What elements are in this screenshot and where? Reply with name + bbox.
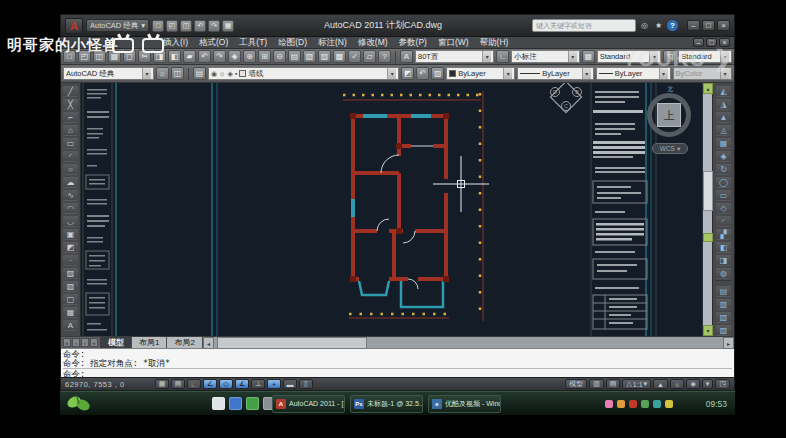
model-space-canvas[interactable]: D B C <box>81 83 702 336</box>
ui-lock-button[interactable]: ◈ <box>686 379 699 389</box>
color-combo[interactable]: ByLayer ▾ <box>446 67 515 80</box>
tray-icon[interactable] <box>617 400 625 408</box>
make-layer-current-icon[interactable]: ◩ <box>401 67 414 80</box>
layer-freeze-icon[interactable]: ☼ <box>219 70 225 77</box>
polygon-icon[interactable]: ⌂ <box>63 124 78 136</box>
viewcube-top-face[interactable]: 上 <box>657 103 681 127</box>
menu-parametric[interactable]: 参数(P) <box>399 37 427 49</box>
menu-modify[interactable]: 修改(M) <box>358 37 388 49</box>
taskbar-task-button[interactable]: Ps未标题-1 @ 32.5... <box>350 395 423 413</box>
pan-icon[interactable]: ◈ <box>228 50 241 63</box>
r-panels-icon[interactable]: ▦ <box>716 137 731 149</box>
help-icon[interactable]: ? <box>667 20 678 31</box>
layer-lock-icon[interactable]: ◈ <box>228 70 233 78</box>
undo-icon[interactable]: ↶ <box>194 20 206 32</box>
layer-previous-icon[interactable]: ↶ <box>416 67 429 80</box>
menu-draw[interactable]: 绘图(D) <box>278 37 307 49</box>
annotation-scale-button[interactable]: △ 1:1 ▾ <box>622 379 651 389</box>
grid-toggle[interactable]: ▤ <box>171 379 185 389</box>
r-above-icon[interactable]: ▧ <box>716 311 731 323</box>
r-cone-icon[interactable]: ◭ <box>716 85 731 97</box>
tray-icon[interactable] <box>641 400 649 408</box>
zoom-prev-icon[interactable]: ⊖ <box>273 50 286 63</box>
quick-launch-icon[interactable] <box>212 397 225 410</box>
matchprop-icon[interactable]: ▰ <box>183 50 196 63</box>
r-shade-icon[interactable]: ▞ <box>716 228 731 240</box>
last-tab-button[interactable]: » <box>90 338 98 347</box>
autocad-logo-icon[interactable]: A <box>65 18 83 34</box>
qp-toggle[interactable]: ▯ <box>299 379 313 389</box>
xline-icon[interactable]: ╳ <box>63 98 78 110</box>
restore-button[interactable]: □ <box>702 20 715 31</box>
menu-insert[interactable]: 插入(I) <box>163 37 188 49</box>
layer-combo[interactable]: ◉ ☼ ◈ ▪ 墙线 ▾ <box>208 67 399 80</box>
text-style-icon[interactable]: A <box>400 50 413 63</box>
menu-window[interactable]: 窗口(W) <box>438 37 469 49</box>
command-window[interactable]: 命令: 命令: 指定对角点: *取消* 命令: <box>61 348 734 377</box>
save-icon[interactable]: ◫ <box>180 20 192 32</box>
chevron-down-icon[interactable]: ▾ <box>142 68 151 79</box>
lwt-toggle[interactable]: ▬ <box>283 379 297 389</box>
osnap-toggle[interactable]: ◇ <box>219 379 233 389</box>
r-back-icon[interactable]: ▥ <box>716 298 731 310</box>
ellipse-arc-icon[interactable]: ◡ <box>63 215 78 227</box>
tab-layout1[interactable]: 布局1 <box>132 337 167 348</box>
r-rotate-icon[interactable]: ↻ <box>716 163 731 175</box>
revcloud-icon[interactable]: ☁ <box>63 176 78 188</box>
model-space-button[interactable]: 模型 <box>565 379 587 389</box>
otrack-toggle[interactable]: ∡ <box>235 379 249 389</box>
paste-icon[interactable]: ◧ <box>168 50 181 63</box>
designcenter-icon[interactable]: ▧ <box>303 50 316 63</box>
table-icon[interactable]: ▦ <box>63 306 78 318</box>
workspace-save-icon[interactable]: ◫ <box>171 67 184 80</box>
workspace-switcher[interactable]: AutoCAD 经典 ▾ <box>86 19 149 32</box>
annotation-visibility-button[interactable]: ▲ <box>653 379 668 389</box>
polar-toggle[interactable]: ∠ <box>203 379 217 389</box>
snap-toggle[interactable]: ▦ <box>155 379 169 389</box>
tray-icon[interactable] <box>665 400 673 408</box>
quick-launch-icon[interactable] <box>246 397 259 410</box>
r-poly-icon[interactable]: ◇ <box>716 202 731 214</box>
quick-view-layouts-button[interactable]: ▥ <box>589 379 604 389</box>
minimize-button[interactable]: – <box>687 20 700 31</box>
r-gem-icon[interactable]: ◈ <box>716 150 731 162</box>
spline-icon[interactable]: ∿ <box>63 189 78 201</box>
text-style-combo[interactable]: 80T置 ▾ <box>415 50 494 63</box>
point-icon[interactable]: · <box>63 254 78 266</box>
workspaces-combo[interactable]: AutoCAD 经典 ▾ <box>63 67 154 80</box>
r-globe-icon[interactable]: ◍ <box>716 267 731 279</box>
first-tab-button[interactable]: « <box>63 338 71 347</box>
taskbar-clock[interactable]: 09:53 <box>706 399 727 409</box>
start-butterfly-icon[interactable] <box>63 393 95 415</box>
new-icon[interactable]: □ <box>152 20 164 32</box>
linetype-combo[interactable]: ByLayer ▾ <box>517 67 594 80</box>
menu-format[interactable]: 格式(O) <box>199 37 228 49</box>
chevron-down-icon[interactable]: ▾ <box>503 68 512 79</box>
rectangle-icon[interactable]: ▭ <box>63 137 78 149</box>
zoom-icon[interactable]: ⊕ <box>243 50 256 63</box>
prev-tab-button[interactable]: ‹ <box>72 338 80 347</box>
quick-launch-icon[interactable] <box>229 397 242 410</box>
scroll-right-button[interactable]: ▸ <box>723 337 734 349</box>
chevron-down-icon[interactable]: ▾ <box>387 68 396 79</box>
vertical-scrollbar[interactable]: ▴ ▾ <box>702 83 712 336</box>
r-wedge-icon[interactable]: ◬ <box>716 124 731 136</box>
menu-tools[interactable]: 工具(T) <box>239 37 267 49</box>
redo-icon[interactable]: ↷ <box>208 20 220 32</box>
clean-screen-button[interactable]: ◳ <box>715 379 730 389</box>
chevron-down-icon[interactable]: ▾ <box>482 51 491 62</box>
insert-block-icon[interactable]: ▣ <box>63 228 78 240</box>
search-icon[interactable]: ◎ <box>639 20 650 31</box>
markup-icon[interactable]: ✓ <box>348 50 361 63</box>
r-half1-icon[interactable]: ◧ <box>716 241 731 253</box>
dim-style-combo[interactable]: 小标注 ▾ <box>511 50 579 63</box>
taskbar-task-button[interactable]: e优酷及视频 - Wind... <box>428 395 501 413</box>
undo-icon[interactable]: ↶ <box>198 50 211 63</box>
region-icon[interactable]: ▢ <box>63 293 78 305</box>
next-tab-button[interactable]: › <box>81 338 89 347</box>
layer-on-icon[interactable]: ◉ <box>211 70 217 78</box>
hatch-icon[interactable]: ▨ <box>63 267 78 279</box>
workspace-settings-icon[interactable]: ☼ <box>156 67 169 80</box>
scroll-left-button[interactable]: ◂ <box>203 337 214 349</box>
layer-properties-icon[interactable]: ▤ <box>193 67 206 80</box>
